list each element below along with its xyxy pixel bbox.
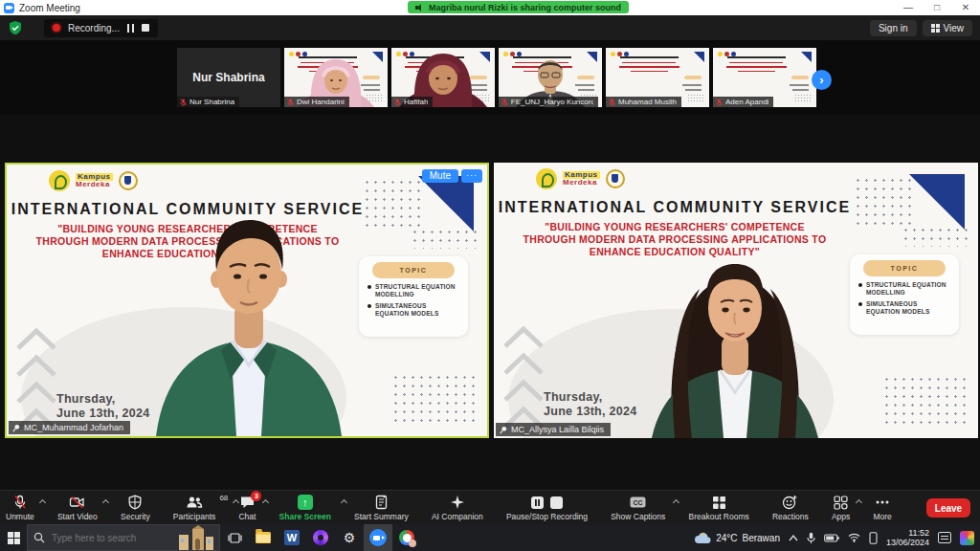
chevron-decoration [501,323,546,430]
pause-recording-icon[interactable] [127,24,135,33]
participants-count: 68 [219,494,228,502]
zoom-logo-icon [4,3,14,13]
weather-cloud-icon [694,531,711,544]
pin-icon [500,426,507,434]
taskbar-clock[interactable]: 11:52 13/06/2024 [886,528,929,547]
colorful-app-icon[interactable] [960,531,974,545]
presentation-slide: KampusMerdeka INTERNATIONAL COMMUNITY SE… [7,165,487,436]
kampus-merdeka-logo-icon [536,168,557,189]
tile-more-button[interactable]: ··· [461,169,482,183]
chat-button[interactable]: 3 Chat [238,495,256,521]
video-thumbnail-hafifah[interactable]: Hafifah [391,48,495,107]
share-screen-button[interactable]: ↑ Share Screen [279,495,331,521]
muted-mic-icon [180,99,187,106]
show-captions-button[interactable]: CC Show Captions [611,495,665,521]
muted-mic-icon [501,99,508,106]
task-view-icon [228,532,242,544]
video-thumbnail-aden-apandi[interactable]: Aden Apandi [713,48,816,107]
video-thumbnail-nur-shabrina[interactable]: Nur Shabrina Nur Shabrina [177,48,280,107]
close-button[interactable]: ✕ [951,0,980,15]
search-doodle-castle [173,525,217,550]
view-button[interactable]: View [923,20,973,36]
chevron-up-icon[interactable] [39,498,46,505]
zoom-app-icon [369,529,387,546]
start-button[interactable] [0,524,27,551]
start-summary-button[interactable]: Start Summary [354,495,409,521]
triangle-decoration [909,174,965,230]
pause-icon [530,496,545,510]
video-tile-allysya-lailla[interactable]: KampusMerdeka INTERNATIONAL COMMUNITY SE… [494,163,978,438]
task-view-button[interactable] [220,524,249,551]
breakout-rooms-button[interactable]: Breakout Rooms [688,495,748,521]
tray-expand-icon[interactable] [789,535,798,541]
minimize-button[interactable]: — [894,0,923,15]
tile-nameplate: MC_Muhammad Jofarhan [9,421,130,434]
settings-button[interactable]: ⚙ [335,524,364,551]
svg-text:CC: CC [634,499,643,506]
university-emblem-icon [606,169,625,188]
video-thumbnail-muhamad-muslih[interactable]: Muhamad Muslih [606,48,709,107]
tray-mic-icon[interactable] [807,532,815,544]
participants-button[interactable]: 68 Participants [173,495,215,521]
reactions-button[interactable]: Reactions [772,495,809,521]
muted-mic-icon [716,99,723,106]
meeting-info-shield-icon[interactable] [8,20,23,35]
chevron-up-icon[interactable] [102,498,109,505]
purple-app-button[interactable] [306,524,335,551]
action-center-icon[interactable] [938,532,951,543]
unmute-button[interactable]: Unmute [6,495,34,521]
window-titlebar: Zoom Meeting Magriba nurul Rizki is shar… [0,0,980,15]
start-video-button[interactable]: Start Video [57,495,98,521]
grid-view-icon [931,24,940,33]
word-button[interactable]: W [278,524,306,551]
video-thumbnail-haryo-kuncoro[interactable]: FE_UNJ_Haryo Kuncoro [499,48,602,107]
breakout-grid-icon [712,496,726,510]
university-emblem-icon [119,171,138,190]
mute-button[interactable]: Mute [422,169,458,183]
phone-link-icon[interactable] [869,532,878,544]
sign-in-button[interactable]: Sign in [870,20,917,36]
stop-icon [549,496,564,510]
pause-stop-recording-button[interactable]: Pause/Stop Recording [506,495,588,521]
battery-icon[interactable] [824,534,839,542]
search-input[interactable] [52,533,167,543]
chevron-up-icon[interactable] [856,498,862,505]
speaker-man-green-jacket [139,214,359,436]
stop-recording-icon[interactable] [142,24,149,32]
maximize-button[interactable]: □ [923,0,951,15]
zoom-app-button[interactable] [364,524,392,551]
video-thumbnail-dwi-handarini[interactable]: Dwi Handarini [284,48,388,107]
topic-card: TOPIC STRUCTURAL EQUATION MODELLING SIMU… [850,254,959,335]
meeting-header: Recording... Sign in View [0,15,980,40]
chevron-up-icon[interactable] [673,498,679,505]
window-title: Zoom Meeting [19,3,80,13]
windows-logo-icon [8,532,20,544]
meeting-toolbar: Unmute Start Video Security [0,490,980,524]
ai-companion-button[interactable]: AI Companion [432,495,483,521]
chevron-decoration [14,325,58,432]
gear-icon: ⚙ [344,531,356,544]
slide-subtitle: "BUILDING YOUNG RESEARCHERS' COMPETENCET… [494,221,856,258]
video-tile-muhammad-jofarhan[interactable]: KampusMerdeka INTERNATIONAL COMMUNITY SE… [5,163,489,438]
chevron-up-icon[interactable] [262,498,269,505]
chevron-up-icon[interactable] [341,498,347,505]
taskbar-search[interactable] [27,524,220,551]
more-dots-icon [875,495,890,510]
word-icon: W [284,530,300,545]
zoom-meeting-window: Zoom Meeting Magriba nurul Rizki is shar… [0,0,980,551]
taskbar-weather[interactable]: 24°C Berawan [694,531,780,544]
slide-date: Thursday,June 13th, 2024 [56,392,150,421]
participant-filmstrip: Nur Shabrina Nur Shabrina Dwi Handarini [0,40,980,115]
recording-indicator: Recording... [44,19,158,37]
shield-icon [127,495,143,510]
tile-nameplate: MC_Allysya Lailla Bilqiis [496,423,611,436]
leave-button[interactable]: Leave [926,498,970,518]
apps-button[interactable]: Apps [832,495,850,521]
file-explorer-button[interactable] [249,524,278,551]
security-button[interactable]: Security [121,495,150,521]
more-button[interactable]: More [873,495,891,521]
chrome-button[interactable] [392,524,421,551]
next-page-arrow-button[interactable]: › [812,70,832,90]
search-icon [33,532,45,543]
wifi-icon[interactable] [848,533,860,542]
